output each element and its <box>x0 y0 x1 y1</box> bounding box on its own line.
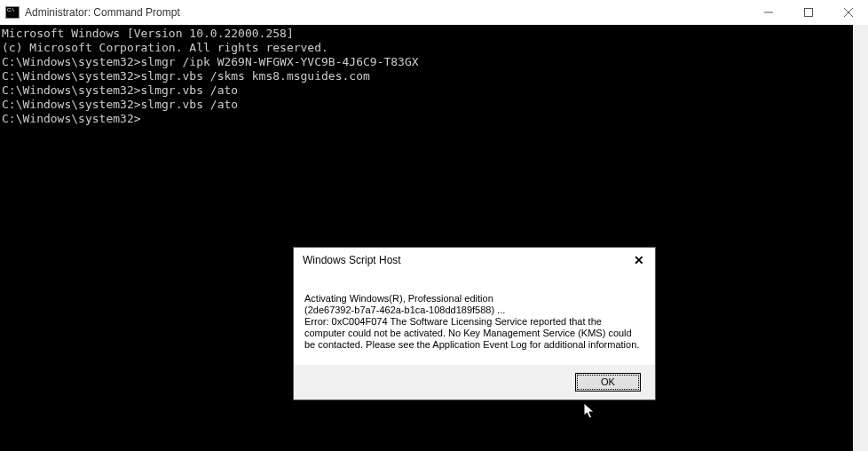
minimize-button[interactable] <box>748 0 788 25</box>
terminal-line: C:\Windows\system32>slmgr.vbs /skms kms8… <box>2 69 866 83</box>
ok-button[interactable]: OK <box>575 373 641 392</box>
dialog-message-line: Error: 0xC004F074 The Software Licensing… <box>304 316 644 351</box>
dialog-title-bar[interactable]: Windows Script Host ✕ <box>294 248 655 275</box>
dialog-footer: OK <box>294 365 655 400</box>
dialog-body: Activating Windows(R), Professional edit… <box>294 275 655 365</box>
close-button[interactable] <box>828 0 868 25</box>
title-bar: Administrator: Command Prompt <box>0 0 868 25</box>
terminal-prompt[interactable]: C:\Windows\system32> <box>2 112 866 126</box>
svg-rect-1 <box>804 9 812 17</box>
terminal-line: Microsoft Windows [Version 10.0.22000.25… <box>2 27 866 41</box>
mouse-cursor-icon <box>584 403 598 421</box>
dialog-message-line: (2de67392-b7a7-462a-b1ca-108dd189f588) .… <box>304 305 644 316</box>
cmd-prompt-icon <box>5 6 20 19</box>
windows-script-host-dialog: Windows Script Host ✕ Activating Windows… <box>293 247 656 400</box>
terminal-line: C:\Windows\system32>slmgr.vbs /ato <box>2 98 866 112</box>
dialog-title-text: Windows Script Host <box>303 254 401 266</box>
dialog-message-line: Activating Windows(R), Professional edit… <box>304 293 644 305</box>
terminal-line: C:\Windows\system32>slmgr.vbs /ato <box>2 83 866 98</box>
title-left: Administrator: Command Prompt <box>5 6 180 19</box>
vertical-scrollbar[interactable] <box>853 25 868 451</box>
maximize-button[interactable] <box>788 0 828 25</box>
terminal-line: C:\Windows\system32>slmgr /ipk W269N-WFG… <box>2 55 866 69</box>
scrollbar-thumb[interactable] <box>853 25 868 451</box>
dialog-close-icon[interactable]: ✕ <box>630 252 648 268</box>
terminal-output: Microsoft Windows [Version 10.0.22000.25… <box>0 25 868 128</box>
window-title: Administrator: Command Prompt <box>25 6 180 19</box>
window-controls <box>748 0 868 25</box>
terminal-line: (c) Microsoft Corporation. All rights re… <box>2 41 866 55</box>
